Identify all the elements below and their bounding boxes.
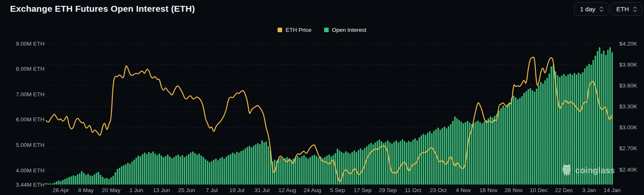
oi-bar <box>169 157 170 185</box>
oi-bar <box>406 142 407 185</box>
oi-bar <box>456 118 457 185</box>
oi-bar <box>586 66 587 185</box>
svg-text:23 Oct: 23 Oct <box>430 187 447 193</box>
oi-bar <box>295 157 296 185</box>
svg-text:1 Jun: 1 Jun <box>129 187 143 193</box>
right-axis-labels: $4.20K$3.90K$3.60K$3.30K$3.00K$2.70K$2.4… <box>619 41 637 173</box>
oi-bar <box>326 156 327 185</box>
oi-bar <box>234 154 235 185</box>
oi-bar <box>83 173 84 185</box>
oi-bar <box>576 74 577 185</box>
oi-bar <box>421 135 422 185</box>
oi-bar <box>226 157 227 185</box>
left-axis-labels: 9.00M ETH8.00M ETH7.00M ETH6.00M ETH5.00… <box>16 41 44 188</box>
oi-bar <box>351 152 353 185</box>
oi-bar <box>410 142 411 185</box>
oi-bar <box>479 122 480 185</box>
oi-bar <box>486 120 487 185</box>
svg-text:9.00M ETH: 9.00M ETH <box>16 41 44 47</box>
oi-bar <box>444 127 445 185</box>
oi-bar <box>64 179 65 185</box>
oi-bar <box>446 128 447 185</box>
oi-bar <box>536 89 537 185</box>
oi-bar <box>469 123 470 185</box>
oi-bar <box>119 168 120 185</box>
oi-bar <box>213 160 214 185</box>
chart-page: Exchange ETH Futures Open Interest (ETH)… <box>0 0 644 195</box>
oi-bar <box>544 80 545 185</box>
oi-bar <box>343 153 344 185</box>
x-axis-labels: 26 Apr8 May20 May1 Jun13 Jun25 Jun7 Jul1… <box>52 187 621 193</box>
oi-bar <box>129 164 130 185</box>
oi-bar <box>228 155 229 185</box>
oi-bar <box>167 155 168 185</box>
oi-bar <box>56 182 57 185</box>
oi-bar <box>597 51 598 185</box>
oi-bar <box>156 155 158 185</box>
oi-bar <box>452 121 453 185</box>
svg-text:$2.40K: $2.40K <box>619 167 637 173</box>
oi-bar <box>377 141 378 185</box>
oi-bar <box>565 76 566 185</box>
oi-bar <box>592 60 594 185</box>
oi-bar <box>131 162 132 185</box>
oi-bar <box>423 134 424 185</box>
svg-text:4 Nov: 4 Nov <box>456 187 471 193</box>
oi-bar <box>349 154 351 185</box>
oi-bar <box>532 90 533 185</box>
oi-bar <box>280 158 281 185</box>
oi-bar <box>525 91 527 185</box>
oi-bar <box>542 84 543 185</box>
svg-text:$3.30K: $3.30K <box>619 103 637 110</box>
oi-bar <box>75 176 76 185</box>
svg-text:5 Sep: 5 Sep <box>330 187 345 193</box>
svg-text:8.00M ETH: 8.00M ETH <box>16 66 44 72</box>
oi-bar <box>192 151 193 185</box>
oi-bar <box>567 74 569 185</box>
oi-bar <box>259 144 260 185</box>
oi-bar <box>429 131 430 185</box>
svg-text:29 Sep: 29 Sep <box>379 187 397 193</box>
oi-bar <box>102 177 103 185</box>
oi-bar <box>179 157 181 185</box>
oi-bar <box>255 144 256 185</box>
oi-bar <box>114 172 116 185</box>
oi-bar <box>397 142 399 185</box>
oi-bar <box>112 176 114 185</box>
oi-bar <box>515 98 516 185</box>
svg-text:11 Oct: 11 Oct <box>405 187 421 193</box>
oi-bar <box>332 155 334 185</box>
oi-bar <box>471 124 472 185</box>
oi-bar <box>517 99 518 185</box>
oi-bar <box>54 182 55 185</box>
oi-bar <box>561 75 562 185</box>
oi-bar <box>320 157 321 185</box>
svg-text:10 Dec: 10 Dec <box>530 187 548 193</box>
oi-futures-chart[interactable]: 9.00M ETH8.00M ETH7.00M ETH6.00M ETH5.00… <box>0 0 644 195</box>
oi-bar <box>582 72 583 185</box>
oi-bar <box>362 150 363 185</box>
oi-bar <box>144 153 145 185</box>
oi-bar <box>133 160 135 185</box>
oi-bar <box>305 157 306 185</box>
oi-bar <box>425 135 426 185</box>
oi-bar <box>475 122 476 185</box>
oi-bar <box>563 74 564 185</box>
oi-bar <box>244 149 246 185</box>
oi-bar <box>530 88 531 185</box>
oi-bar <box>125 164 126 185</box>
oi-bar <box>574 73 575 185</box>
svg-text:19 Jul: 19 Jul <box>229 187 244 193</box>
oi-bar <box>395 141 397 185</box>
oi-bar <box>571 75 573 185</box>
oi-bar <box>121 166 122 185</box>
oi-bar <box>62 180 63 185</box>
oi-bar <box>553 65 554 185</box>
svg-text:7 Jul: 7 Jul <box>206 187 218 193</box>
oi-bar <box>437 128 439 185</box>
svg-text:4.00M ETH: 4.00M ETH <box>16 167 44 174</box>
oi-bar <box>494 116 495 185</box>
oi-bar <box>98 172 99 185</box>
oi-bar <box>460 122 462 185</box>
oi-bar <box>546 78 548 185</box>
